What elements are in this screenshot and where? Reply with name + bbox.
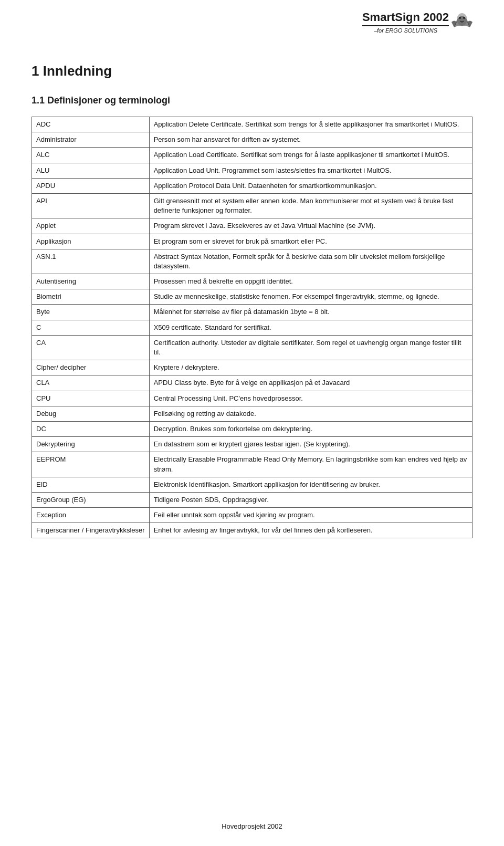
table-row: DebugFeilsøking og retting av datakode. (32, 406, 472, 421)
definition-cell: Decryption. Brukes som forkortelse om de… (149, 421, 472, 436)
footer-text: Hovedprosjekt 2002 (222, 822, 282, 830)
definition-cell: Studie av menneskelige, statistiske feno… (149, 289, 472, 305)
term-cell: Biometri (32, 289, 150, 305)
definition-cell: Gitt grensesnitt mot et system eller ann… (149, 193, 472, 218)
term-cell: ALU (32, 163, 150, 178)
logo-subtitle: –for ERGO SOLUTIONS (362, 27, 449, 34)
definition-cell: Central Processing Unit. PC'ens hovedpro… (149, 391, 472, 406)
definition-cell: Abstract Syntax Notation, Formelt språk … (149, 249, 472, 274)
definition-cell: Elektronisk Identifikasjon. Smartkort ap… (149, 477, 472, 492)
table-row: CX509 certificate. Standard for sertifik… (32, 320, 472, 335)
term-cell: Byte (32, 305, 150, 320)
definition-cell: En datastrøm som er kryptert gjøres lesb… (149, 437, 472, 452)
term-cell: EID (32, 477, 150, 492)
table-row: AutentiseringProsessen med å bekrefte en… (32, 274, 472, 289)
definition-cell: Feil eller unntak som oppstår ved kjørin… (149, 508, 472, 523)
table-row: CACertification authority. Utsteder av d… (32, 335, 472, 360)
definition-cell: Målenhet for størrelse av filer på datam… (149, 305, 472, 320)
definition-cell: Person som har ansvaret for driften av s… (149, 132, 472, 148)
svg-point-2 (463, 17, 465, 19)
table-row: CLAAPDU Class byte. Byte for å velge en … (32, 375, 472, 391)
table-row: AdministratorPerson som har ansvaret for… (32, 132, 472, 148)
term-cell: Debug (32, 406, 150, 421)
table-row: Fingerscanner / FingeravtrykksleserEnhet… (32, 523, 472, 538)
term-cell: ADC (32, 117, 150, 132)
table-row: APIGitt grensesnitt mot et system eller … (32, 193, 472, 218)
term-cell: ErgoGroup (EG) (32, 492, 150, 507)
table-row: EIDElektronisk Identifikasjon. Smartkort… (32, 477, 472, 492)
table-row: ErgoGroup (EG)Tidligere Posten SDS, Oppd… (32, 492, 472, 507)
table-row: ASN.1Abstract Syntax Notation, Formelt s… (32, 249, 472, 274)
table-row: DekrypteringEn datastrøm som er kryptert… (32, 437, 472, 452)
svg-point-1 (459, 17, 461, 19)
term-cell: DC (32, 421, 150, 436)
table-row: ADCApplication Delete Certificate. Serti… (32, 117, 472, 132)
definition-cell: Program skrevet i Java. Eksekveres av et… (149, 218, 472, 234)
term-cell: Dekryptering (32, 437, 150, 452)
logo-title: SmartSign 2002 (362, 11, 449, 26)
table-row: EEPROMElectrically Erasable Programmable… (32, 452, 472, 477)
definition-cell: Prosessen med å bekrefte en oppgitt iden… (149, 274, 472, 289)
definition-cell: Application Delete Certificate. Sertifik… (149, 117, 472, 132)
definition-cell: APDU Class byte. Byte for å velge en app… (149, 375, 472, 391)
table-row: ByteMålenhet for størrelse av filer på d… (32, 305, 472, 320)
term-cell: Autentisering (32, 274, 150, 289)
term-cell: API (32, 193, 150, 218)
definition-cell: Application Protocol Data Unit. Dataenhe… (149, 178, 472, 193)
term-cell: ASN.1 (32, 249, 150, 274)
term-cell: CA (32, 335, 150, 360)
table-row: AppletProgram skrevet i Java. Eksekveres… (32, 218, 472, 234)
definition-cell: Application Load Certificate. Sertifikat… (149, 148, 472, 163)
term-cell: Applikasjon (32, 234, 150, 249)
table-row: APDUApplication Protocol Data Unit. Data… (32, 178, 472, 193)
table-row: ALUApplication Load Unit. Programmet som… (32, 163, 472, 178)
definition-cell: Application Load Unit. Programmet som la… (149, 163, 472, 178)
term-cell: Exception (32, 508, 150, 523)
term-cell: Fingerscanner / Fingeravtrykksleser (32, 523, 150, 538)
definition-cell: Enhet for avlesing av fingeravtrykk, for… (149, 523, 472, 538)
term-cell: CLA (32, 375, 150, 391)
definition-cell: Tidligere Posten SDS, Oppdragsgiver. (149, 492, 472, 507)
definition-cell: Certification authority. Utsteder av dig… (149, 335, 472, 360)
term-cell: Administrator (32, 132, 150, 148)
definitions-table: ADCApplication Delete Certificate. Serti… (32, 117, 472, 538)
page-container: SmartSign 2002 –for ERGO SOLUTIONS 1 Inn… (0, 0, 504, 846)
definition-cell: X509 certificate. Standard for sertifika… (149, 320, 472, 335)
table-row: Cipher/ decipherKryptere / dekryptere. (32, 360, 472, 375)
page-footer: Hovedprosjekt 2002 (0, 822, 504, 830)
definition-cell: Et program som er skrevet for bruk på sm… (149, 234, 472, 249)
term-cell: APDU (32, 178, 150, 193)
term-cell: ALC (32, 148, 150, 163)
term-cell: EEPROM (32, 452, 150, 477)
definition-cell: Feilsøking og retting av datakode. (149, 406, 472, 421)
definition-cell: Kryptere / dekryptere. (149, 360, 472, 375)
table-row: BiometriStudie av menneskelige, statisti… (32, 289, 472, 305)
chapter-heading: 1 Innledning (32, 63, 472, 79)
table-row: ALCApplication Load Certificate. Sertifi… (32, 148, 472, 163)
table-row: ApplikasjonEt program som er skrevet for… (32, 234, 472, 249)
definition-cell: Electrically Erasable Programmable Read … (149, 452, 472, 477)
term-cell: Applet (32, 218, 150, 234)
logo-image (452, 12, 472, 33)
term-cell: CPU (32, 391, 150, 406)
section-heading: 1.1 Definisjoner og terminologi (32, 95, 472, 106)
term-cell: Cipher/ decipher (32, 360, 150, 375)
term-cell: C (32, 320, 150, 335)
table-row: DCDecryption. Brukes som forkortelse om … (32, 421, 472, 436)
table-row: ExceptionFeil eller unntak som oppstår v… (32, 508, 472, 523)
table-row: CPUCentral Processing Unit. PC'ens hoved… (32, 391, 472, 406)
header-logo: SmartSign 2002 –for ERGO SOLUTIONS (362, 11, 472, 34)
